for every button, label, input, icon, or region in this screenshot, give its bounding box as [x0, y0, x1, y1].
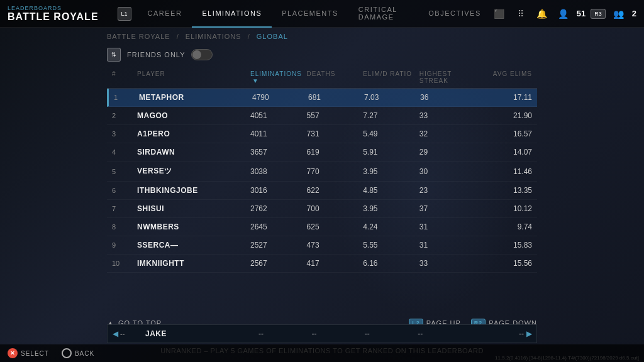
row-player: SHISUI: [137, 204, 250, 213]
row-rank: 3: [112, 130, 137, 138]
row-player: A1PERO: [137, 129, 250, 138]
row-deaths: 770: [307, 167, 364, 176]
col-streak: HIGHEST STREAK: [419, 70, 476, 84]
table-row[interactable]: 1 METAPHOR 4790 681 7.03 36 17.11: [107, 89, 537, 107]
row-elims: 2762: [250, 204, 307, 213]
select-button[interactable]: ✕ SELECT: [8, 348, 49, 358]
row-avg: 9.74: [475, 222, 532, 231]
grid-icon: ⠿: [513, 6, 529, 22]
row-player: IMKNIIGHTT: [137, 259, 250, 268]
row-ratio: 4.24: [363, 222, 419, 231]
row-avg: 17.11: [476, 93, 532, 102]
col-eliminations[interactable]: ELIMINATIONS ▼: [250, 70, 307, 84]
table-row[interactable]: 9 SSERCA— 2527 473 5.55 31 15.83: [107, 236, 537, 255]
row-ratio: 3.95: [363, 204, 419, 213]
row-deaths: 681: [308, 93, 364, 102]
user-count-1: 51: [577, 9, 586, 18]
title-group: LEADERBOARDS BATTLE ROYALE: [8, 5, 99, 23]
circle-icon: [62, 348, 72, 358]
row-ratio: 5.49: [363, 129, 419, 138]
my-avg: --: [471, 329, 524, 338]
row-streak: 36: [420, 93, 476, 102]
tab-eliminations[interactable]: ELIMINATIONS: [192, 0, 272, 28]
bell-icon: 🔔: [534, 6, 550, 22]
row-deaths: 731: [307, 129, 364, 138]
breadcrumb-eliminations: ELIMINATIONS: [186, 33, 242, 40]
table-row[interactable]: 8 NWMBERS 2645 625 4.24 31 9.74: [107, 218, 537, 236]
table-header: # PLAYER ELIMINATIONS ▼ DEATHS ELIM/D RA…: [107, 67, 537, 89]
table-row[interactable]: 3 A1PERO 4011 731 5.49 32 16.57: [107, 125, 537, 143]
row-elims: 4011: [250, 129, 307, 138]
select-label: SELECT: [21, 350, 49, 357]
row-avg: 13.35: [475, 186, 532, 195]
breadcrumb-global: GLOBAL: [257, 33, 288, 40]
user-count-2: 2: [632, 9, 636, 18]
row-streak: 30: [419, 167, 476, 176]
party-icon: 👥: [611, 6, 627, 22]
l1-badge: L1: [118, 7, 131, 21]
row-elims: 2645: [250, 222, 307, 231]
row-elims: 2567: [250, 259, 307, 268]
table-row[interactable]: 6 ITHBKINGJOBE 3016 622 4.85 23 13.35: [107, 182, 537, 200]
row-rank: 1: [114, 94, 139, 101]
row-deaths: 417: [307, 259, 364, 268]
row-streak: 31: [419, 222, 476, 231]
row-elims: 3016: [250, 186, 307, 195]
table-row[interactable]: 7 SHISUI 2762 700 3.95 37 10.12: [107, 200, 537, 218]
sort-arrow: ▼: [252, 77, 259, 84]
tab-career[interactable]: CAREER: [138, 0, 192, 28]
row-avg: 14.07: [475, 148, 532, 156]
table-row[interactable]: 2 MAGOO 4051 557 7.27 33 21.90: [107, 107, 537, 125]
row-avg: 15.83: [475, 241, 532, 250]
tab-objectives[interactable]: OBJECTIVES: [418, 0, 491, 28]
col-avg: AVG ELIMS: [475, 70, 532, 84]
toggle-knob: [192, 50, 201, 59]
version-text: 11.5.2(0.4116) [34-8(1298-11.4) T4/(7300…: [495, 355, 639, 361]
back-button[interactable]: BACK: [62, 348, 94, 358]
row-ratio: 6.16: [363, 259, 419, 268]
row-deaths: 700: [307, 204, 364, 213]
filter-row: ⇅ FRIENDS ONLY: [0, 45, 644, 67]
row-rank: 10: [112, 260, 137, 267]
tab-placements[interactable]: PLACEMENTS: [272, 0, 348, 28]
row-rank: 8: [112, 223, 137, 231]
left-arrow-icon[interactable]: ◀: [110, 329, 120, 338]
row-deaths: 625: [307, 222, 364, 231]
row-avg: 16.57: [475, 129, 532, 138]
table-body: 1 METAPHOR 4790 681 7.03 36 17.11 2 MAGO…: [107, 89, 537, 273]
row-player: NWMBERS: [137, 222, 250, 231]
friends-only-toggle[interactable]: [191, 49, 213, 60]
row-streak: 37: [419, 204, 476, 213]
row-elims: 2527: [250, 241, 307, 250]
leaderboard-table: # PLAYER ELIMINATIONS ▼ DEATHS ELIM/D RA…: [107, 67, 537, 273]
row-streak: 33: [419, 259, 476, 268]
section-label: LEADERBOARDS: [8, 5, 99, 11]
row-ratio: 5.91: [363, 148, 419, 156]
row-rank: 5: [112, 168, 137, 175]
main-container: LEADERBOARDS BATTLE ROYALE L1 CAREER ELI…: [0, 0, 644, 362]
right-arrow-icon[interactable]: ▶: [524, 329, 534, 338]
row-player: SIRDAWN: [137, 148, 250, 156]
breadcrumb: BATTLE ROYALE / ELIMINATIONS / GLOBAL: [0, 28, 644, 45]
nav-right: ⬛ ⠿ 🔔 👤 51 R3 👥 2: [491, 6, 636, 22]
row-player: METAPHOR: [139, 93, 252, 102]
my-player: JAKE: [145, 329, 258, 338]
row-elims: 4051: [250, 111, 307, 120]
row-avg: 15.56: [475, 259, 532, 268]
row-elims: 3038: [250, 167, 307, 176]
table-row[interactable]: 5 VERSEツ 3038 770 3.95 30 11.46: [107, 162, 537, 182]
my-row-container: ◀ -- JAKE -- -- -- -- -- ▶: [107, 324, 537, 343]
tab-critical-damage[interactable]: CRITICAL DAMAGE: [348, 0, 419, 28]
footer-controls: ✕ SELECT BACK 11.5.2(0.4116) [34-8(1298-…: [0, 344, 644, 362]
my-ratio: --: [365, 329, 418, 338]
row-rank: 6: [112, 187, 137, 194]
my-row: ◀ -- JAKE -- -- -- -- -- ▶: [108, 325, 536, 343]
row-avg: 21.90: [475, 111, 532, 120]
table-row[interactable]: 4 SIRDAWN 3657 619 5.91 29 14.07: [107, 143, 537, 162]
row-streak: 23: [419, 186, 476, 195]
row-player: VERSEツ: [137, 166, 250, 177]
table-row[interactable]: 10 IMKNIIGHTT 2567 417 6.16 33 15.56: [107, 255, 537, 273]
top-navigation: LEADERBOARDS BATTLE ROYALE L1 CAREER ELI…: [0, 0, 644, 28]
row-rank: 4: [112, 148, 137, 156]
row-deaths: 619: [307, 148, 364, 156]
